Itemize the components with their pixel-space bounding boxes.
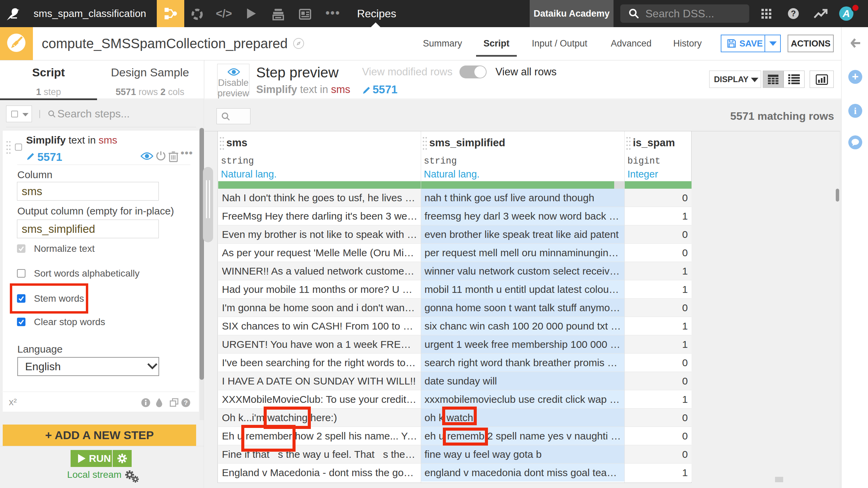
svg-text:?: ? xyxy=(184,399,188,406)
